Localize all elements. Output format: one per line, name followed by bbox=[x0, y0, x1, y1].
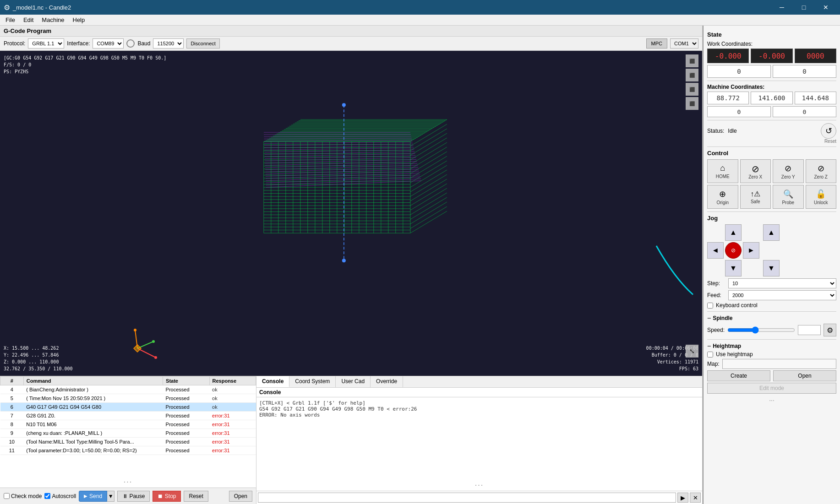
speed-input[interactable]: 800 bbox=[798, 325, 821, 335]
kb-control-checkbox[interactable] bbox=[707, 303, 713, 309]
view3d-btn-front[interactable]: ⬛ bbox=[686, 54, 698, 67]
reset-button[interactable]: ↺ bbox=[821, 123, 836, 139]
spindle-settings-button[interactable]: ⚙ bbox=[824, 324, 836, 336]
row-num: 5 bbox=[0, 394, 24, 403]
jog-up-row: ▲ bbox=[725, 224, 742, 241]
table-row[interactable]: 9 (cheng xu duan: :PLANAR_MILL ) Process… bbox=[0, 429, 256, 438]
baud-select[interactable]: 115200 bbox=[153, 38, 184, 49]
refresh-icon[interactable] bbox=[126, 39, 135, 48]
console-send-button[interactable]: ▶ bbox=[677, 493, 688, 503]
disconnect-button[interactable]: Disconnect bbox=[186, 38, 219, 49]
left-panel: G-Code Program Protocol: GRBL 1.1 Interf… bbox=[0, 26, 703, 504]
speed-slider[interactable] bbox=[727, 326, 795, 334]
divider-1 bbox=[707, 81, 836, 81]
jog-down-row: ▼ bbox=[725, 260, 742, 276]
autoscroll-checkbox[interactable] bbox=[44, 493, 50, 499]
feed-label: Feed: bbox=[707, 292, 725, 298]
table-row[interactable]: 11 (Tool parameter:D=3.00; L=50.00; R=0.… bbox=[0, 446, 256, 455]
use-heightmap-checkbox[interactable] bbox=[707, 352, 713, 358]
zero-y-button[interactable]: ⊘ Zero Y bbox=[773, 159, 804, 183]
interface-select[interactable]: COM89 bbox=[93, 38, 124, 49]
minimize-button[interactable]: ─ bbox=[771, 0, 792, 15]
gcode-table-wrap[interactable]: # Command State Response 4 ( BianCheng:A… bbox=[0, 376, 256, 477]
com1-select[interactable]: COM1 bbox=[670, 38, 698, 49]
gcode-table-panel: # Command State Response 4 ( BianCheng:A… bbox=[0, 376, 256, 504]
table-row[interactable]: 10 (Tool Name:MILL Tool Type:Milling Too… bbox=[0, 438, 256, 446]
table-row[interactable]: 4 ( BianCheng:Administrator ) Processed … bbox=[0, 385, 256, 394]
open-heightmap-button[interactable]: Open bbox=[773, 370, 836, 381]
interface-label: Interface: bbox=[67, 40, 90, 47]
map-label: Map: bbox=[707, 361, 720, 367]
work-extra-1: 0 bbox=[707, 65, 771, 78]
mpc-button[interactable]: MPC bbox=[646, 38, 667, 49]
view3d-info: [GC:G0 G54 G92 G17 G21 G90 G94 G49 G98 G… bbox=[4, 54, 166, 75]
maximize-button[interactable]: □ bbox=[793, 0, 814, 15]
zero-z-button[interactable]: ⊘ Zero Z bbox=[806, 159, 837, 183]
jog-z-up-button[interactable]: ▲ bbox=[763, 224, 780, 241]
map-input[interactable]: Absent bbox=[722, 359, 836, 369]
menu-edit[interactable]: Edit bbox=[20, 16, 37, 24]
step-select[interactable]: 10 1 100 bbox=[728, 278, 836, 288]
create-heightmap-button[interactable]: Create bbox=[707, 370, 770, 381]
console-input-field[interactable] bbox=[258, 493, 676, 503]
row-resp: error:31 bbox=[209, 429, 256, 438]
jog-down-button[interactable]: ▼ bbox=[725, 260, 742, 276]
zero-x-button[interactable]: ⊘ Zero X bbox=[740, 159, 771, 183]
check-mode-label[interactable]: Check mode bbox=[4, 493, 42, 499]
jog-section-title: Jog bbox=[707, 215, 836, 222]
3d-canvas[interactable] bbox=[0, 51, 702, 376]
view3d-btn-iso1[interactable]: ⬛ bbox=[686, 83, 698, 96]
send-button[interactable]: ▶ Send bbox=[79, 491, 107, 502]
probe-button[interactable]: 🔍 Probe bbox=[773, 185, 804, 209]
console-clear-button[interactable]: ✕ bbox=[690, 493, 701, 503]
origin-button[interactable]: ⊕ Origin bbox=[707, 185, 738, 209]
pause-button[interactable]: ⏸ Pause bbox=[117, 491, 150, 502]
probe-icon: 🔍 bbox=[783, 189, 793, 199]
tab-user-cad[interactable]: User Cad bbox=[336, 376, 371, 387]
view3d-area: [GC:G0 G54 G92 G17 G21 G90 G94 G49 G98 G… bbox=[0, 51, 702, 376]
send-dropdown-button[interactable]: ▼ bbox=[107, 491, 115, 502]
menu-file[interactable]: File bbox=[2, 16, 19, 24]
view3d-stats: X: 15.500 ... 48.262 Y: 22.496 ... 57.84… bbox=[4, 345, 73, 372]
expand-view-button[interactable]: ⤡ bbox=[686, 345, 698, 358]
safe-button[interactable]: ↑⚠ Safe bbox=[740, 185, 771, 209]
zero-y-label: Zero Y bbox=[781, 174, 795, 179]
jog-stop-button[interactable]: ⊘ bbox=[725, 242, 742, 259]
jog-z-controls: ▲ ▼ bbox=[763, 224, 780, 276]
home-button[interactable]: ⌂ HOME bbox=[707, 159, 738, 183]
view3d-btn-iso2[interactable]: ⬛ bbox=[686, 97, 698, 110]
table-row[interactable]: 8 N10 T01 M06 Processed error:31 bbox=[0, 420, 256, 429]
menu-machine[interactable]: Machine bbox=[38, 16, 68, 24]
close-button[interactable]: ✕ bbox=[815, 0, 836, 15]
tab-override[interactable]: Override bbox=[371, 376, 403, 387]
feed-select[interactable]: 2000 500 1000 5000 bbox=[728, 290, 836, 300]
control-section-title: Control bbox=[707, 150, 836, 157]
table-row[interactable]: 6 G40 G17 G49 G21 G94 G54 G80 Processed … bbox=[0, 403, 256, 412]
jog-z-down-button[interactable]: ▼ bbox=[763, 260, 780, 276]
row-cmd: (Tool parameter:D=3.00; L=50.00; R=0.00;… bbox=[23, 446, 163, 455]
jog-left-button[interactable]: ◄ bbox=[707, 242, 724, 259]
spindle-collapse[interactable]: − Spindle bbox=[707, 314, 836, 322]
unlock-button[interactable]: 🔓 Unlock bbox=[806, 185, 837, 209]
autoscroll-label[interactable]: Autoscroll bbox=[44, 493, 76, 499]
menu-help[interactable]: Help bbox=[69, 16, 89, 24]
check-mode-checkbox[interactable] bbox=[4, 493, 10, 499]
tab-console[interactable]: Console bbox=[256, 376, 289, 387]
row-state: Processed bbox=[163, 446, 209, 455]
edit-mode-button[interactable]: Edit mode bbox=[707, 383, 836, 394]
table-scroll-indicator: ··· bbox=[0, 477, 256, 488]
row-resp: error:31 bbox=[209, 420, 256, 429]
table-row[interactable]: 5 ( Time:Mon Nov 15 20:50:59 2021 ) Proc… bbox=[0, 394, 256, 403]
jog-right-button[interactable]: ► bbox=[743, 242, 759, 259]
stop-button[interactable]: ⏹ Stop bbox=[153, 491, 181, 502]
console-tabs: Console Coord System User Cad Override bbox=[256, 376, 702, 388]
tab-coord-system[interactable]: Coord System bbox=[289, 376, 336, 387]
open-button-toolbar[interactable]: Open bbox=[229, 491, 252, 502]
row-resp: error:31 bbox=[209, 446, 256, 455]
reset-button-toolbar[interactable]: Reset bbox=[184, 491, 208, 502]
table-row[interactable]: 7 G28 G91 Z0. Processed error:31 bbox=[0, 412, 256, 420]
jog-up-button[interactable]: ▲ bbox=[725, 224, 742, 241]
heightmap-collapse[interactable]: − Heightmap bbox=[707, 342, 836, 350]
protocol-select[interactable]: GRBL 1.1 bbox=[28, 38, 64, 49]
view3d-btn-top[interactable]: ⬛ bbox=[686, 69, 698, 81]
